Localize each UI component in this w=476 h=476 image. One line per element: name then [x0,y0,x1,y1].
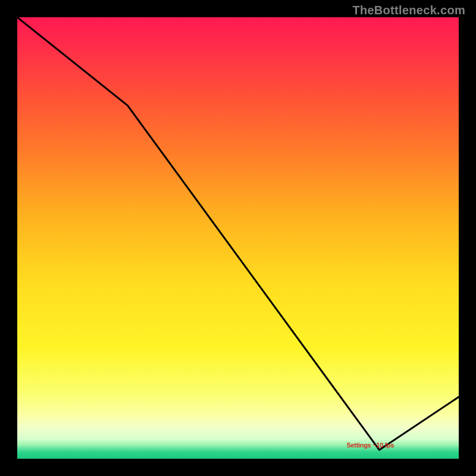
chart-root: TheBottleneck.com Settings ~10 fps [0,0,476,476]
minimum-settings-label: Settings ~10 fps [346,441,394,449]
data-line [17,17,459,459]
plot-frame: Settings ~10 fps [15,15,461,461]
